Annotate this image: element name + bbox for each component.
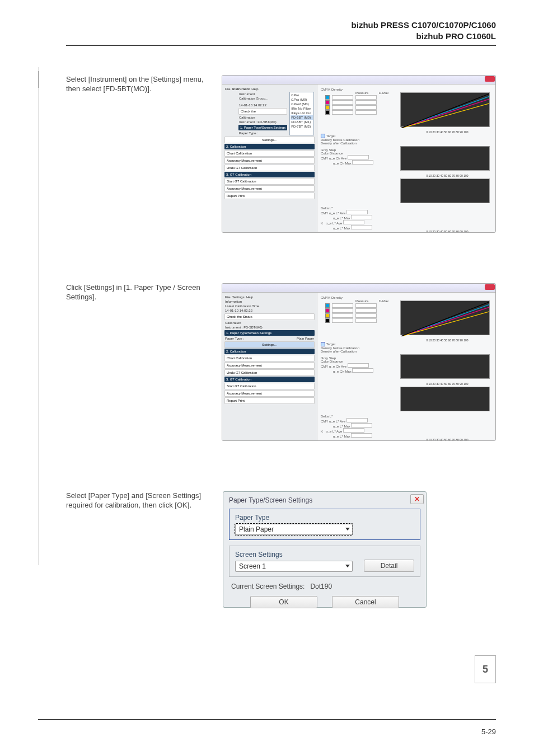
input-c[interactable] (332, 95, 353, 100)
lmax-input-2[interactable] (351, 225, 372, 229)
lmax-input-3[interactable] (351, 423, 372, 428)
input-y[interactable] (332, 105, 353, 110)
max-label: σ_e Ch Max (333, 162, 352, 165)
submenu-instrument[interactable]: Instrument (238, 92, 287, 96)
app-side-panel-2: File Settings Help Information Latest Ca… (222, 293, 317, 440)
input-m[interactable] (332, 100, 353, 105)
settings-button-2[interactable]: Settings... (224, 341, 315, 348)
step-1: Select [Instrument] on the [Settings] me… (66, 75, 496, 233)
cancel-button[interactable]: Cancel (332, 596, 399, 608)
dialog-close-icon[interactable]: ✕ (410, 494, 424, 504)
input-m-b[interactable] (332, 308, 353, 313)
cmy-label: CMY (321, 157, 328, 160)
input-c-2[interactable] (355, 95, 377, 100)
k-label-c: K (321, 430, 323, 433)
paper-type-dropdown[interactable]: Plain Paper (235, 524, 353, 535)
accuracy-button-3[interactable]: Accuracy Measurement (224, 362, 315, 369)
xaxis-ticks-2: 0 10 20 30 40 50 60 70 80 90 100 (402, 174, 492, 177)
close-icon[interactable] (485, 76, 495, 82)
cmy-ave-input[interactable] (348, 155, 369, 159)
opt-fd5bt-m1[interactable]: FD-5BT (M1) (291, 120, 313, 124)
check-button[interactable]: Check the (238, 108, 287, 115)
swatch-m-icon (325, 100, 330, 105)
opt-fd5bt-m0[interactable]: FD-5BT (M0) (291, 115, 313, 120)
accuracy-button-1[interactable]: Accuracy Measurement (224, 157, 315, 164)
section-3-head: 3. G7 Calibration (224, 172, 315, 177)
detail-button[interactable]: Detail (364, 560, 414, 572)
checkbox-icon[interactable] (321, 134, 325, 138)
input-k-b2[interactable] (355, 318, 377, 323)
lmax-input-1[interactable] (351, 215, 372, 219)
opt-i1pro2-m0[interactable]: i1Pro2 (M0) (291, 102, 313, 106)
opt-es[interactable]: i1Pro (291, 93, 313, 97)
svg-line-0 (401, 96, 489, 128)
paper-type-value: Plain Paper (297, 337, 314, 340)
input-k[interactable] (332, 110, 353, 115)
accuracy-button-2[interactable]: Accuracy Measurement (224, 185, 315, 192)
accuracy-button-4[interactable]: Accuracy Measurement (224, 390, 315, 397)
input-y-b2[interactable] (355, 313, 377, 318)
input-c-b[interactable] (332, 303, 353, 308)
opt-ilieye[interactable]: IliEye UV Cut (291, 111, 313, 115)
opt-ilfile[interactable]: Ilfile No Filter (291, 106, 313, 111)
report-print-button[interactable]: Report Print (224, 192, 315, 199)
chart-calibration-button[interactable]: Chart Calibration (224, 150, 315, 157)
input-y-2[interactable] (355, 105, 377, 110)
chart-calibration-button-2[interactable]: Chart Calibration (224, 355, 315, 361)
ok-button[interactable]: OK (250, 596, 317, 608)
input-m-2[interactable] (355, 100, 377, 105)
svg-line-5 (401, 307, 489, 336)
instrument-current: Instrument : FD-5BT(M0) (238, 120, 287, 124)
menu-file-settings[interactable]: File Instrument Help (224, 87, 315, 91)
app-side-panel: File Instrument Help Instrument Calibrat… (222, 84, 317, 232)
lave-input-1[interactable] (346, 210, 368, 214)
lave-input-3[interactable] (346, 418, 368, 422)
current-settings-label: Current Screen Settings: (231, 583, 305, 590)
cmy-ave-input-b[interactable] (348, 363, 369, 368)
step-3: Select [Paper Type] and [Screen Settings… (66, 491, 496, 608)
settings-button[interactable]: Settings... (224, 137, 315, 143)
chevron-down-icon (345, 528, 350, 530)
paper-type-label: Paper Type : (238, 131, 287, 135)
input-k-b[interactable] (332, 318, 353, 323)
undo-g7-button[interactable]: Undo G7 Calibration (224, 165, 315, 171)
col-dmax: D-Max (379, 91, 389, 95)
swatch-m-icon-2 (325, 308, 330, 313)
cmy-max-input-b[interactable] (352, 368, 373, 373)
paper-type-group: Paper Type Plain Paper (229, 509, 420, 540)
undo-g7-button-2[interactable]: Undo G7 Calibration (224, 369, 315, 376)
paper-type-dialog: Paper Type/Screen Settings ✕ Paper Type … (223, 491, 427, 608)
svg-line-2 (401, 104, 489, 128)
close-icon-2[interactable] (485, 284, 495, 290)
start-g7-button-2[interactable]: Start G7 Calibration (224, 383, 315, 389)
step-3-text: Select [Paper Type] and [Screen Settings… (66, 491, 206, 608)
check-status-button[interactable]: Check the Status (224, 313, 315, 320)
opt-i1pro-m0[interactable]: i1Pro (M0) (291, 97, 313, 102)
latest-calibration-label: Latest Calibration Time (224, 304, 315, 308)
screen-settings-dropdown[interactable]: Screen 1 (235, 561, 353, 572)
input-y-b[interactable] (332, 313, 353, 318)
current-settings-row: Current Screen Settings: Dot190 (231, 583, 420, 590)
checkbox-icon-2[interactable] (321, 342, 325, 346)
input-m-b2[interactable] (355, 308, 377, 313)
lave-input-2[interactable] (343, 220, 364, 224)
app-main-panel-2: CMYK Density Measure D-Max (317, 293, 495, 440)
step-2-text: Click [Settings] in [1. Paper Type / Scr… (66, 283, 205, 441)
input-k-2[interactable] (355, 110, 377, 115)
opt-fd7bt-m2[interactable]: FD-7BT (M2) (291, 124, 313, 129)
calibration-manager-window-2: File Settings Help Information Latest Ca… (222, 283, 496, 441)
density-chart (400, 92, 490, 127)
menu-file-2[interactable]: File Settings Help (224, 295, 315, 299)
report-print-button-2[interactable]: Report Print (224, 397, 315, 404)
input-c-b2[interactable] (355, 303, 377, 308)
start-g7-button[interactable]: Start G7 Calibration (224, 178, 315, 185)
step-1-text: Select [Instrument] on the [Settings] me… (66, 75, 205, 233)
lmax-input-4[interactable] (351, 433, 372, 438)
svg-line-6 (401, 312, 489, 336)
cmy-max-input[interactable] (352, 160, 373, 165)
target-label-2: Target (326, 342, 336, 346)
submenu-calib-group[interactable]: Calibration Group... (238, 96, 287, 101)
svg-line-1 (401, 99, 489, 128)
calibration-label-2: Calibration (224, 321, 315, 325)
lave-input-4[interactable] (343, 428, 364, 433)
